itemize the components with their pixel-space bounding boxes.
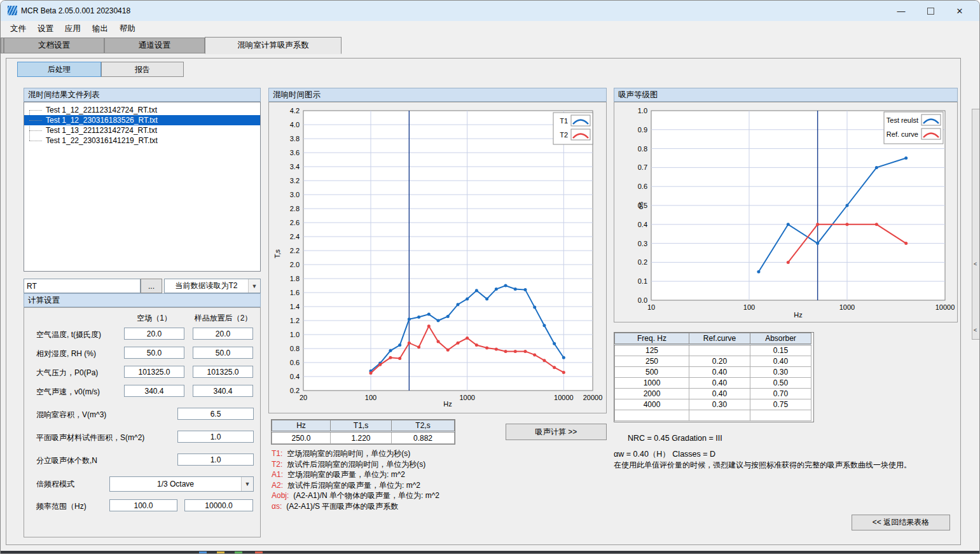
svg-text:0.8: 0.8: [638, 145, 647, 153]
subtab-2[interactable]: 报告: [101, 62, 184, 77]
svg-text:2.6: 2.6: [290, 219, 300, 226]
tab-strip: 文档设置通道设置混响室计算吸声系数: [1, 37, 979, 53]
col2-header: 样品放置后（2）: [185, 313, 261, 324]
pressure-field2[interactable]: 101325.0: [193, 366, 253, 378]
label-absorber-count: 分立吸声体个数,N: [36, 455, 97, 466]
svg-text:10: 10: [647, 303, 655, 311]
rt-value-table: HzT1,sT2,s250.01.2200.882: [272, 420, 455, 444]
data-read-dropdown[interactable]: 当前数据读取为T2 ▼: [164, 279, 261, 293]
minimize-button[interactable]: —: [887, 1, 916, 21]
sound-speed-field2[interactable]: 340.4: [193, 385, 253, 397]
svg-text:1000: 1000: [839, 303, 855, 311]
menu-item-3[interactable]: 应用: [60, 22, 86, 36]
file-list-item[interactable]: Test 1_12_221123142724_RT.txt: [24, 105, 260, 115]
rt-keyword-input[interactable]: [24, 279, 141, 293]
grade-chart-header: 吸声等级图: [614, 88, 958, 102]
octave-mode-dropdown[interactable]: 1/3 Octave▼: [109, 476, 254, 492]
sample-area-field[interactable]: 1.0: [177, 431, 254, 443]
absorber-count-field[interactable]: 1.0: [177, 454, 254, 466]
svg-text:Hz: Hz: [443, 400, 452, 408]
table-row[interactable]: 40000.300.75: [615, 399, 811, 410]
pressure-field1[interactable]: 101325.0: [124, 366, 184, 378]
room-volume-field[interactable]: 6.5: [177, 408, 254, 420]
sound-speed-field1[interactable]: 340.4: [124, 385, 184, 397]
calc-settings-header: 计算设置: [24, 293, 261, 307]
air-temp-field2[interactable]: 20.0: [193, 328, 253, 340]
window-controls: — ✕: [887, 1, 974, 21]
tab-3[interactable]: 混响室计算吸声系数: [205, 37, 342, 54]
svg-text:2.4: 2.4: [290, 233, 300, 240]
table-cell: 0.30: [750, 367, 811, 378]
table-cell: 500: [615, 367, 689, 378]
table-cell: 0.75: [750, 399, 811, 410]
file-name: Test 1_12_221123142724_RT.txt: [46, 106, 157, 114]
freq-from-field[interactable]: 100.0: [109, 499, 177, 511]
table-cell: 0.30: [689, 399, 750, 410]
tab-2[interactable]: 通道设置: [104, 38, 205, 53]
usage-note-text: 在使用此单值评价量的时候，强烈建议与按照标准获得的完整的吸声系数曲线一块使用。: [614, 460, 911, 471]
maximize-button[interactable]: [916, 1, 945, 21]
svg-text:3.4: 3.4: [290, 163, 300, 170]
table-row[interactable]: [615, 410, 811, 421]
maximize-icon: [927, 8, 934, 15]
label-sample-area: 平面吸声材料试件面积，S(m^2): [36, 433, 144, 443]
file-list-item[interactable]: Test 1_12_230316183526_RT.txt: [24, 115, 260, 125]
back-to-results-button[interactable]: << 返回结果表格: [852, 515, 950, 530]
label-octave-mode: 倍频程模式: [36, 479, 74, 490]
explanation-symbol: αs:: [272, 502, 282, 511]
explanation-text: 放试件后混响室的吸声量，单位为: m^2: [287, 481, 420, 490]
svg-text:0.4: 0.4: [290, 373, 300, 380]
collapse-left-icon-2[interactable]: <: [974, 327, 977, 333]
octave-mode-value: 1/3 Octave: [110, 480, 241, 488]
freq-to-field[interactable]: 10000.0: [184, 499, 253, 511]
tree-branch-icon: [29, 130, 42, 131]
svg-text:Ref. curve: Ref. curve: [887, 130, 918, 138]
table-row[interactable]: 5000.400.30: [615, 367, 811, 378]
collapse-left-icon[interactable]: <: [974, 261, 977, 267]
explanation-text: 空场混响室的混响时间，单位为秒(s): [287, 449, 410, 458]
svg-text:0.8: 0.8: [290, 345, 300, 352]
air-temp-field1[interactable]: 20.0: [124, 328, 184, 340]
collapse-splitter[interactable]: < <: [972, 109, 980, 340]
nrc-result-text: NRC = 0.45 Gradation = III: [628, 434, 722, 443]
table-cell: 125: [615, 345, 689, 356]
subtab-1[interactable]: 后处理: [17, 62, 101, 77]
table-row[interactable]: 250.01.2200.882: [272, 432, 455, 444]
file-list-item[interactable]: Test 1_22_230316141219_RT.txt: [24, 135, 260, 146]
table-cell: 0.40: [689, 367, 750, 378]
titlebar: MCR Beta 2.05.0.001 20230418 — ✕: [1, 1, 979, 21]
menu-item-1[interactable]: 文件: [5, 22, 31, 36]
svg-text:4.2: 4.2: [290, 107, 300, 114]
absorb-calc-button[interactable]: 吸声计算 >>: [506, 424, 607, 440]
grade-chart: 0.00.10.20.30.40.50.60.70.80.91.01010010…: [614, 102, 956, 322]
label-freq-range: 频率范围（Hz): [36, 501, 86, 512]
rt-result-file-list[interactable]: Test 1_12_221123142724_RT.txtTest 1_12_2…: [24, 102, 261, 272]
table-row[interactable]: 1250.15: [615, 345, 811, 356]
column-header: Ref.curve: [689, 333, 750, 345]
menu-item-4[interactable]: 输出: [87, 22, 113, 36]
browse-button[interactable]: ...: [141, 279, 162, 293]
tree-branch-icon: [29, 141, 42, 141]
humidity-field2[interactable]: 50.0: [193, 347, 253, 359]
svg-text:0.3: 0.3: [638, 240, 647, 247]
svg-text:0.1: 0.1: [638, 277, 647, 285]
humidity-field1[interactable]: 50.0: [124, 347, 184, 359]
table-cell: 0.40: [689, 389, 750, 399]
table-cell: [689, 410, 750, 421]
close-button[interactable]: ✕: [945, 1, 974, 21]
table-row[interactable]: 10000.400.50: [615, 378, 811, 389]
table-row[interactable]: 2500.200.40: [615, 356, 811, 367]
svg-text:20000: 20000: [583, 394, 603, 401]
explanation-line: A1:空场混响室的吸声量，单位为: m^2: [272, 469, 439, 480]
explanation-symbol: A2:: [272, 481, 283, 490]
file-list-item[interactable]: Test 1_13_221123142724_RT.txt: [24, 125, 260, 135]
menu-item-2[interactable]: 设置: [32, 22, 59, 36]
taskbar-sliver: [1, 551, 979, 554]
table-row[interactable]: 20000.400.70: [615, 389, 811, 399]
taskbar-icon: [255, 551, 263, 554]
explanation-symbol: Aobj:: [272, 491, 289, 500]
data-read-dropdown-value: 当前数据读取为T2: [165, 280, 248, 291]
tab-1[interactable]: 文档设置: [4, 38, 104, 53]
menu-item-5[interactable]: 帮助: [114, 22, 141, 36]
svg-text:100: 100: [743, 303, 755, 311]
